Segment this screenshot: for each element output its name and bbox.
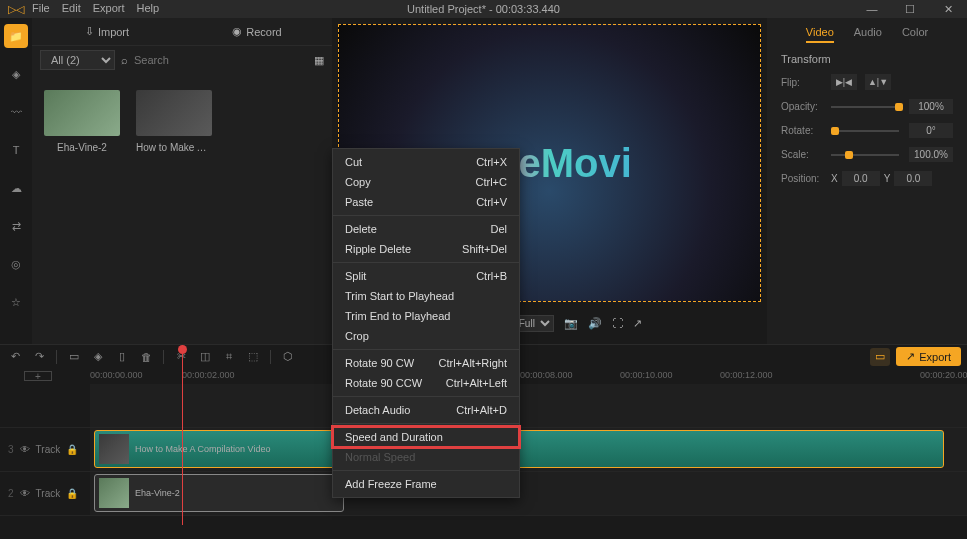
clip-thumb: [99, 434, 129, 464]
text-tab-icon[interactable]: T: [4, 138, 28, 162]
media-thumb: [44, 90, 120, 136]
menu-file[interactable]: File: [32, 2, 50, 14]
opacity-label: Opacity:: [781, 101, 827, 112]
lock-icon[interactable]: 🔒: [66, 444, 78, 455]
lock-icon[interactable]: 🔒: [66, 488, 78, 499]
ctx-paste[interactable]: PasteCtrl+V: [333, 192, 519, 212]
opacity-slider[interactable]: [831, 106, 899, 108]
media-item[interactable]: How to Make A ...: [136, 90, 212, 153]
ctx-detach-audio[interactable]: Detach AudioCtrl+Alt+D: [333, 400, 519, 420]
delete-button[interactable]: 🗑: [137, 348, 155, 366]
grid-view-icon[interactable]: ▦: [314, 54, 324, 67]
visibility-icon[interactable]: 👁: [20, 488, 30, 499]
tool-icon[interactable]: ◫: [196, 348, 214, 366]
layers-tab-icon[interactable]: ◈: [4, 62, 28, 86]
ctx-delete[interactable]: DeleteDel: [333, 219, 519, 239]
media-item[interactable]: Eha-Vine-2: [44, 90, 120, 153]
timeline-clip[interactable]: Eha-Vine-2: [94, 474, 344, 512]
media-tab-icon[interactable]: 📁: [4, 24, 28, 48]
volume-icon[interactable]: 🔊: [588, 317, 602, 330]
search-icon: ⌕: [121, 54, 128, 66]
record-tab[interactable]: ◉Record: [182, 18, 332, 45]
ctx-speed-duration[interactable]: Speed and Duration: [333, 427, 519, 447]
flip-label: Flip:: [781, 77, 827, 88]
time-tick: 00:00:20.000: [920, 370, 967, 380]
time-tick: 00:00:12.000: [720, 370, 773, 380]
ctx-normal-speed: Normal Speed: [333, 447, 519, 467]
props-tab-video[interactable]: Video: [806, 26, 834, 43]
favorites-tab-icon[interactable]: ☆: [4, 290, 28, 314]
time-tick: 00:00:08.000: [520, 370, 573, 380]
pos-y-label: Y: [884, 173, 891, 184]
rotate-label: Rotate:: [781, 125, 827, 136]
ctx-rotate-cw[interactable]: Rotate 90 CWCtrl+Alt+Right: [333, 353, 519, 373]
tool-icon[interactable]: ⬚: [244, 348, 262, 366]
visibility-icon[interactable]: 👁: [20, 444, 30, 455]
app-logo-icon: ▷◁: [4, 0, 28, 18]
pos-x-label: X: [831, 173, 838, 184]
ctx-cut[interactable]: CutCtrl+X: [333, 152, 519, 172]
ctx-add-freeze-frame[interactable]: Add Freeze Frame: [333, 474, 519, 494]
close-button[interactable]: ✕: [929, 0, 967, 18]
undo-button[interactable]: ↶: [6, 348, 24, 366]
opacity-value[interactable]: 100%: [909, 99, 953, 114]
props-tab-audio[interactable]: Audio: [854, 26, 882, 43]
import-tab[interactable]: ⇩Import: [32, 18, 182, 45]
ctx-rotate-ccw[interactable]: Rotate 90 CCWCtrl+Alt+Left: [333, 373, 519, 393]
ctx-ripple-delete[interactable]: Ripple DeleteShift+Del: [333, 239, 519, 259]
crop-button[interactable]: ⌗: [220, 348, 238, 366]
tool-icon[interactable]: ◈: [89, 348, 107, 366]
flip-vertical-button[interactable]: ▲|▼: [865, 74, 891, 90]
add-track-button[interactable]: +: [24, 371, 52, 381]
redo-button[interactable]: ↷: [30, 348, 48, 366]
scale-value[interactable]: 100.0%: [909, 147, 953, 162]
media-filter-select[interactable]: All (2): [40, 50, 115, 70]
media-panel: ⇩Import ◉Record All (2) ⌕ ▦ Eha-Vine-2 H…: [32, 18, 332, 344]
marker-button[interactable]: ⬡: [279, 348, 297, 366]
detach-icon[interactable]: ↗: [633, 317, 642, 330]
title-bar: ▷◁ File Edit Export Help Untitled Projec…: [0, 0, 967, 18]
ctx-copy[interactable]: CopyCtrl+C: [333, 172, 519, 192]
fullscreen-icon[interactable]: ⛶: [612, 317, 623, 329]
tool-icon[interactable]: ▭: [65, 348, 83, 366]
position-y-input[interactable]: 0.0: [894, 171, 932, 186]
ctx-trim-start[interactable]: Trim Start to Playhead: [333, 286, 519, 306]
props-tab-color[interactable]: Color: [902, 26, 928, 43]
import-icon: ⇩: [85, 25, 94, 38]
rotate-value[interactable]: 0°: [909, 123, 953, 138]
export-button[interactable]: ↗ Export: [896, 347, 961, 366]
properties-panel: Video Audio Color Transform Flip: ▶|◀ ▲|…: [767, 18, 967, 344]
minimize-button[interactable]: —: [853, 0, 891, 18]
menu-edit[interactable]: Edit: [62, 2, 81, 14]
left-tool-sidebar: 📁 ◈ 〰 T ☁ ⇄ ◎ ☆: [0, 18, 32, 344]
filters-tab-icon[interactable]: ◎: [4, 252, 28, 276]
tool-icon[interactable]: ▯: [113, 348, 131, 366]
scale-label: Scale:: [781, 149, 827, 160]
clip-thumb: [99, 478, 129, 508]
playhead[interactable]: [182, 345, 183, 525]
snapshot-icon[interactable]: 📷: [564, 317, 578, 330]
ctx-crop[interactable]: Crop: [333, 326, 519, 346]
transform-section-label: Transform: [781, 53, 953, 65]
flip-horizontal-button[interactable]: ▶|◀: [831, 74, 857, 90]
menu-export[interactable]: Export: [93, 2, 125, 14]
transitions-tab-icon[interactable]: ⇄: [4, 214, 28, 238]
position-x-input[interactable]: 0.0: [842, 171, 880, 186]
time-tick: 00:00:10.000: [620, 370, 673, 380]
ctx-trim-end[interactable]: Trim End to Playhead: [333, 306, 519, 326]
time-tick: 00:00:00.000: [90, 370, 143, 380]
rotate-slider[interactable]: [831, 130, 899, 132]
window-title: Untitled Project* - 00:03:33.440: [407, 3, 560, 15]
position-label: Position:: [781, 173, 827, 184]
context-menu: CutCtrl+X CopyCtrl+C PasteCtrl+V DeleteD…: [332, 148, 520, 498]
maximize-button[interactable]: ☐: [891, 0, 929, 18]
search-input[interactable]: [134, 54, 308, 66]
menu-help[interactable]: Help: [137, 2, 160, 14]
elements-tab-icon[interactable]: ☁: [4, 176, 28, 200]
window-controls: — ☐ ✕: [853, 0, 967, 18]
time-tick: 00:00:02.000: [182, 370, 235, 380]
scale-slider[interactable]: [831, 154, 899, 156]
settings-icon[interactable]: ▭: [870, 348, 890, 366]
audio-tab-icon[interactable]: 〰: [4, 100, 28, 124]
ctx-split[interactable]: SplitCtrl+B: [333, 266, 519, 286]
